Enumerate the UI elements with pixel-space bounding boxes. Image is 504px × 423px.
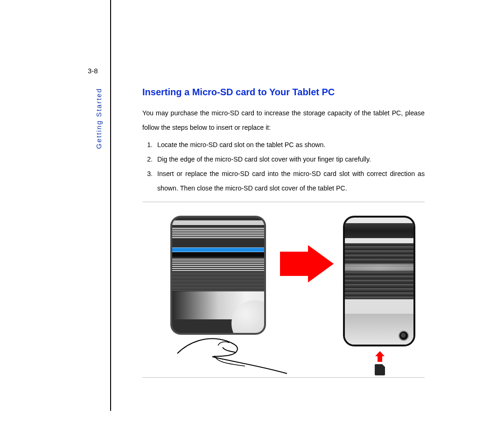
camera-icon	[399, 331, 408, 340]
step-item-1: Locate the micro-SD card slot on the tab…	[154, 138, 425, 152]
instruction-figure	[142, 210, 425, 376]
tablet-left-illustration	[170, 216, 266, 335]
page-title: Inserting a Micro-SD card to Your Tablet…	[142, 87, 425, 98]
microsd-card-icon	[375, 364, 385, 375]
steps-list: Locate the micro-SD card slot on the tab…	[142, 138, 425, 196]
tablet-left-screen	[172, 218, 264, 333]
section-label: Getting Started	[95, 88, 103, 149]
tablet-back-surface	[345, 218, 413, 345]
tablet-right-illustration	[343, 216, 415, 346]
vertical-divider	[110, 0, 111, 411]
arrow-right-icon	[280, 245, 334, 282]
page-number: 3-8	[88, 67, 98, 75]
step-item-3: Insert or replace the micro-SD card into…	[154, 167, 425, 196]
blue-stripe-icon	[172, 247, 264, 252]
figure-top-divider	[142, 202, 425, 202]
page-content: Inserting a Micro-SD card to Your Tablet…	[142, 87, 425, 196]
figure-bottom-divider	[142, 377, 425, 378]
intro-paragraph: You may purchase the micro-SD card to in…	[142, 106, 425, 135]
microsd-insert-icon	[373, 351, 386, 377]
finger-drawing-icon	[175, 337, 296, 379]
step-item-2: Dig the edge of the micro-SD card slot c…	[154, 152, 425, 167]
